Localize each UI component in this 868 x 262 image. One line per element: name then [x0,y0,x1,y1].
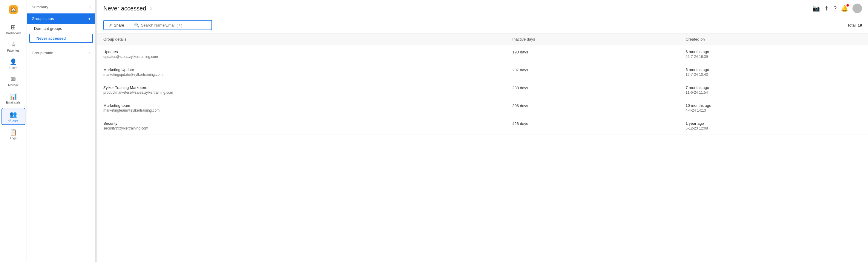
toolbar-actions: ↗ Share 🔍 [103,20,212,30]
created-date-2: 11-6-24 11:54 [685,90,862,95]
sidebar-item-mailbox[interactable]: ✉ Mailbox [1,73,25,89]
created-date-4: 6-12-23 12:08 [685,126,862,130]
created-ago-0: 6 months ago [685,50,862,54]
nav-never-accessed[interactable]: Never accessed [29,34,93,43]
table-header-row: Group details Inactive days Created on [97,33,868,45]
sidebar-item-logs-label: Logs [10,137,17,140]
header-actions: 📷 ⬆ ? 🔔 [812,4,862,13]
inactive-days-value-0: 193 days [512,50,528,54]
logo-icon: 🏠 [9,5,18,14]
cell-group-details-2: Zylker Training Marketers productmarkete… [97,81,506,99]
inactive-days-value-4: 426 days [512,122,528,126]
cell-created-on-0: 6 months ago 26-7-24 16:39 [680,45,868,63]
group-name-2: Zylker Training Marketers [103,85,500,90]
cell-inactive-days-0: 193 days [506,45,680,63]
sidebar-item-favorites[interactable]: ☆ Favorites [1,38,25,55]
page-title: Never accessed [103,5,146,12]
table-body: Updates updates@sales.zylkertraining.com… [97,45,868,135]
cell-inactive-days-2: 238 days [506,81,680,99]
nav-group-status-chevron: ▾ [88,17,91,21]
search-icon: 🔍 [134,23,139,28]
nav-summary[interactable]: Summary › [27,0,95,12]
group-email-3: marketingteam@zylkertraining.com [103,108,500,112]
cell-group-details-0: Updates updates@sales.zylkertraining.com [97,45,506,63]
cell-inactive-days-3: 306 days [506,99,680,117]
nav-never-accessed-label: Never accessed [36,36,66,41]
inactive-days-value-1: 207 days [512,68,528,72]
table-row[interactable]: Security security@zylkertraining.com 426… [97,117,868,135]
sidebar-item-dashboard-label: Dashboard [6,32,21,35]
mailbox-icon: ✉ [11,75,16,83]
inactive-days-value-3: 306 days [512,103,528,108]
share-icon: ↗ [109,23,112,28]
cell-created-on-2: 7 months ago 11-6-24 11:54 [680,81,868,99]
table-row[interactable]: Zylker Training Marketers productmarkete… [97,81,868,99]
created-date-1: 12-7-24 10:43 [685,72,862,77]
created-ago-3: 10 months ago [685,103,862,108]
group-email-4: security@zylkertraining.com [103,126,500,130]
nav-group-traffic-chevron: › [89,51,91,55]
nav-dormant-groups[interactable]: Dormant groups [27,24,95,33]
cell-group-details-4: Security security@zylkertraining.com [97,117,506,135]
users-icon: 👤 [9,58,17,65]
inactive-days-value-2: 238 days [512,86,528,90]
notification-icon[interactable]: 🔔 [841,5,848,12]
share-button[interactable]: ↗ Share [104,21,129,30]
sidebar: 🏠 ⊞ Dashboard ☆ Favorites 👤 Users ✉ Mail… [0,0,27,262]
groups-table: Group details Inactive days Created on U… [97,33,868,135]
table-row[interactable]: Updates updates@sales.zylkertraining.com… [97,45,868,63]
cell-created-on-4: 1 year ago 6-12-23 12:08 [680,117,868,135]
table-container: Group details Inactive days Created on U… [97,33,868,262]
nav-panel: Summary › Group status ▾ Dormant groups … [27,0,96,262]
nav-group-status[interactable]: Group status ▾ [27,13,95,24]
nav-dormant-groups-label: Dormant groups [34,26,62,31]
search-input[interactable] [141,23,207,28]
created-ago-1: 6 months ago [685,67,862,72]
help-icon[interactable]: ? [833,5,837,12]
sidebar-item-mailbox-label: Mailbox [8,84,18,87]
sidebar-item-dashboard[interactable]: ⊞ Dashboard [1,21,25,37]
table-row[interactable]: Marketing Update marketingupdate@zylkert… [97,63,868,81]
group-name-1: Marketing Update [103,67,500,72]
cell-created-on-3: 10 months ago 4-4-24 14:13 [680,99,868,117]
sidebar-item-emailstats[interactable]: 📊 Email stats [1,90,25,106]
table-row[interactable]: Marketing team marketingteam@zylkertrain… [97,99,868,117]
toolbar: ↗ Share 🔍 Total: 19 [97,17,868,33]
dashboard-icon: ⊞ [11,24,16,31]
cell-inactive-days-1: 207 days [506,63,680,81]
user-avatar[interactable] [852,4,862,13]
total-count-container: Total: 19 [847,23,862,28]
created-ago-4: 1 year ago [685,121,862,126]
group-name-4: Security [103,121,500,126]
upload-icon[interactable]: ⬆ [824,5,829,12]
cell-created-on-1: 6 months ago 12-7-24 10:43 [680,63,868,81]
total-label: Total: [847,23,857,28]
nav-group-status-section: Group status ▾ Dormant groups Never acce… [27,12,95,45]
search-container: 🔍 [129,21,212,30]
sidebar-item-logs[interactable]: 📋 Logs [1,126,25,142]
favorite-star-icon[interactable]: ☆ [149,5,153,12]
main-content: Never accessed ☆ 📷 ⬆ ? 🔔 ↗ Share 🔍 [97,0,868,262]
nav-group-traffic[interactable]: Group traffic › [27,46,95,58]
share-label: Share [114,23,124,28]
sidebar-item-groups-label: Groups [8,119,18,122]
group-email-1: marketingupdate@zylkertraining.com [103,72,500,77]
group-name-0: Updates [103,50,500,54]
sidebar-item-emailstats-label: Email stats [6,101,21,104]
col-group-details: Group details [97,33,506,45]
camera-icon[interactable]: 📷 [812,5,820,12]
sidebar-item-groups[interactable]: 👥 Groups [1,108,25,125]
nav-summary-label: Summary [32,5,49,9]
cell-group-details-1: Marketing Update marketingupdate@zylkert… [97,63,506,81]
group-email-2: productmarketers@sales.zylkertraining.co… [103,90,500,95]
created-ago-2: 7 months ago [685,85,862,90]
cell-inactive-days-4: 426 days [506,117,680,135]
group-email-0: updates@sales.zylkertraining.com [103,55,500,59]
emailstats-icon: 📊 [9,93,17,100]
app-logo: 🏠 [0,3,27,18]
sidebar-item-users[interactable]: 👤 Users [1,56,25,72]
total-count: 19 [858,23,862,28]
sidebar-item-users-label: Users [9,66,17,69]
group-name-3: Marketing team [103,103,500,108]
cell-group-details-3: Marketing team marketingteam@zylkertrain… [97,99,506,117]
